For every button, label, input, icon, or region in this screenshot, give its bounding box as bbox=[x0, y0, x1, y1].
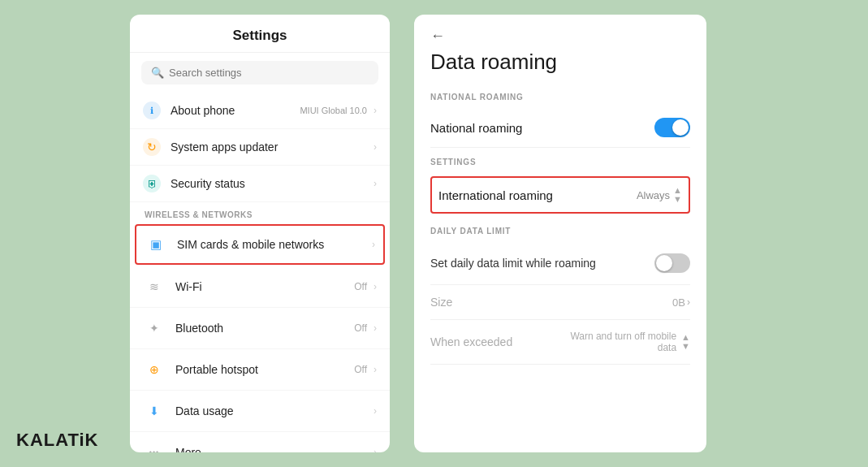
setting-item-security-status[interactable]: ⛨ Security status › bbox=[130, 166, 390, 202]
international-roaming-value-text: Always bbox=[637, 189, 670, 201]
settings-panel: Settings 🔍 ℹ About phone MIUI Global 10.… bbox=[130, 15, 390, 452]
national-roaming-toggle-knob bbox=[672, 119, 689, 136]
about-phone-chevron: › bbox=[374, 105, 377, 116]
more-chevron: › bbox=[374, 447, 377, 452]
security-chevron: › bbox=[374, 178, 377, 189]
bluetooth-chevron: › bbox=[374, 322, 377, 334]
size-row[interactable]: Size 0B › bbox=[430, 285, 690, 320]
search-icon: 🔍 bbox=[151, 67, 164, 79]
right-space bbox=[706, 0, 868, 467]
national-roaming-section-label: NATIONAL ROAMING bbox=[430, 83, 690, 108]
system-apps-icon: ↻ bbox=[143, 138, 161, 156]
hotspot-value: Off bbox=[354, 364, 367, 375]
daily-limit-toggle-knob bbox=[656, 255, 672, 271]
size-value-text: 0B bbox=[672, 296, 685, 309]
hotspot-chevron: › bbox=[374, 364, 377, 375]
wifi-icon: ≋ bbox=[143, 275, 166, 298]
international-roaming-value: Always ▲ ▼ bbox=[637, 186, 682, 204]
when-exceeded-value: Warn and turn off mobile data ▲ ▼ bbox=[560, 331, 690, 353]
brand-area: KALATiK bbox=[0, 0, 130, 467]
gap-space bbox=[390, 0, 414, 467]
data-usage-chevron: › bbox=[374, 405, 377, 417]
sim-content: SIM cards & mobile networks › bbox=[177, 238, 375, 251]
settings-title: Settings bbox=[130, 15, 390, 53]
national-roaming-label: National roaming bbox=[430, 121, 522, 135]
international-roaming-row[interactable]: International roaming Always ▲ ▼ bbox=[430, 176, 690, 214]
more-content: More › bbox=[175, 446, 377, 452]
search-bar[interactable]: 🔍 bbox=[141, 61, 378, 84]
network-section-label: WIRELESS & NETWORKS bbox=[130, 202, 390, 223]
wifi-chevron: › bbox=[374, 281, 377, 292]
setting-item-system-apps[interactable]: ↻ System apps updater › bbox=[130, 129, 390, 166]
daily-limit-label: Set daily data limit while roaming bbox=[430, 257, 596, 270]
national-roaming-toggle[interactable] bbox=[654, 118, 690, 137]
data-usage-label: Data usage bbox=[175, 404, 234, 417]
bluetooth-icon: ✦ bbox=[143, 317, 166, 339]
about-phone-content: About phone MIUI Global 10.0 › bbox=[171, 104, 377, 117]
about-phone-version: MIUI Global 10.0 bbox=[300, 106, 367, 115]
setting-item-bluetooth[interactable]: ✦ Bluetooth Off › bbox=[130, 308, 390, 349]
system-apps-content: System apps updater › bbox=[171, 141, 377, 154]
hotspot-content: Portable hotspot Off › bbox=[175, 363, 377, 376]
setting-item-wifi[interactable]: ≋ Wi-Fi Off › bbox=[130, 266, 390, 308]
system-apps-chevron: › bbox=[374, 141, 377, 153]
roaming-panel: ← Data roaming NATIONAL ROAMING National… bbox=[414, 15, 706, 452]
size-chevron: › bbox=[687, 296, 690, 308]
roaming-content: NATIONAL ROAMING National roaming SETTIN… bbox=[414, 83, 706, 452]
security-content: Security status › bbox=[171, 177, 377, 190]
spinner-icon: ▲ ▼ bbox=[673, 186, 682, 204]
search-input[interactable] bbox=[169, 67, 369, 79]
data-usage-content: Data usage › bbox=[175, 404, 377, 417]
bluetooth-value: Off bbox=[354, 322, 367, 334]
sim-icon: ▣ bbox=[145, 233, 167, 256]
sim-chevron: › bbox=[372, 239, 375, 250]
wifi-content: Wi-Fi Off › bbox=[175, 280, 377, 293]
brand-logo: KALATiK bbox=[16, 430, 99, 451]
bluetooth-label: Bluetooth bbox=[175, 322, 223, 335]
settings-section-label: SETTINGS bbox=[430, 148, 690, 173]
when-exceeded-label: When exceeded bbox=[430, 335, 512, 348]
bluetooth-content: Bluetooth Off › bbox=[175, 322, 377, 335]
more-label: More bbox=[175, 446, 201, 452]
when-exceeded-spinner: ▲ ▼ bbox=[681, 333, 690, 351]
back-button[interactable]: ← bbox=[430, 28, 445, 45]
sim-label: SIM cards & mobile networks bbox=[177, 238, 324, 251]
data-usage-icon: ⬇ bbox=[143, 400, 166, 422]
daily-data-section-label: DAILY DATA LIMIT bbox=[430, 217, 690, 242]
setting-item-sim-cards[interactable]: ▣ SIM cards & mobile networks › bbox=[135, 224, 385, 265]
when-exceeded-row[interactable]: When exceeded Warn and turn off mobile d… bbox=[430, 320, 690, 365]
more-icon: ••• bbox=[143, 441, 166, 452]
system-apps-label: System apps updater bbox=[171, 141, 278, 154]
wifi-label: Wi-Fi bbox=[175, 280, 202, 293]
about-phone-label: About phone bbox=[171, 104, 235, 117]
security-icon: ⛨ bbox=[143, 175, 161, 192]
wifi-value: Off bbox=[354, 281, 367, 292]
size-value: 0B › bbox=[672, 296, 690, 309]
national-roaming-row: National roaming bbox=[430, 108, 690, 148]
daily-limit-toggle[interactable] bbox=[654, 253, 690, 273]
setting-item-about-phone[interactable]: ℹ About phone MIUI Global 10.0 › bbox=[130, 93, 390, 129]
settings-list: ℹ About phone MIUI Global 10.0 › ↻ Syste… bbox=[130, 93, 390, 452]
daily-limit-row: Set daily data limit while roaming bbox=[430, 242, 690, 285]
international-roaming-label: International roaming bbox=[438, 188, 553, 202]
hotspot-icon: ⊕ bbox=[143, 358, 166, 381]
when-exceeded-value-text: Warn and turn off mobile data bbox=[560, 331, 676, 353]
setting-item-data-usage[interactable]: ⬇ Data usage › bbox=[130, 391, 390, 432]
size-label: Size bbox=[430, 296, 452, 309]
security-label: Security status bbox=[171, 177, 245, 190]
about-phone-icon: ℹ bbox=[143, 102, 161, 119]
roaming-header: ← Data roaming bbox=[414, 15, 706, 83]
hotspot-label: Portable hotspot bbox=[175, 363, 258, 376]
roaming-title: Data roaming bbox=[430, 50, 690, 75]
setting-item-more[interactable]: ••• More › bbox=[130, 432, 390, 452]
setting-item-hotspot[interactable]: ⊕ Portable hotspot Off › bbox=[130, 349, 390, 391]
